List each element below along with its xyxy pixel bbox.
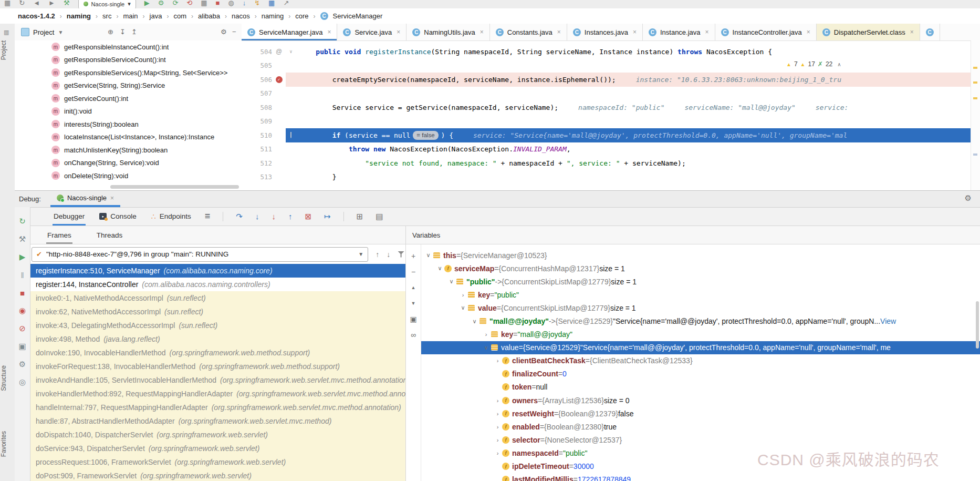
open-icon[interactable]: ↗: [283, 0, 289, 8]
frame-row[interactable]: doService:943, DispatcherServlet(org.spr…: [30, 442, 405, 455]
editor-tab[interactable]: CInstance.java×: [643, 24, 715, 40]
editor-tab[interactable]: CInstances.java×: [567, 24, 643, 40]
close-icon[interactable]: ×: [110, 195, 114, 202]
chevron-right-icon[interactable]: ›: [482, 331, 491, 337]
hide-icon[interactable]: −: [232, 28, 236, 36]
variable-row[interactable]: ∨value = {ConcurrentSkipListMap@12779} s…: [421, 301, 980, 314]
scroll-up-icon[interactable]: ▲: [411, 283, 416, 292]
variable-row[interactable]: ›fclientBeatCheckTask = {ClientBeatCheck…: [421, 354, 980, 367]
frame-row[interactable]: doDispatch:1040, DispatcherServlet(org.s…: [30, 428, 405, 442]
debug-icon[interactable]: ⚙: [158, 0, 164, 8]
project-method[interactable]: monChange(String, Service):void: [15, 157, 242, 170]
run-icon[interactable]: ▶: [144, 0, 150, 8]
variable-row[interactable]: ›fselector = {NoneSelector@12537}: [421, 433, 980, 446]
tab-console[interactable]: ▸Console: [98, 207, 138, 226]
session-tab[interactable]: Nacos-single ×: [50, 191, 120, 207]
code-line[interactable]: 513 }: [242, 170, 980, 185]
breadcrumb-item[interactable]: core: [295, 12, 308, 20]
copy-icon[interactable]: ▣: [410, 315, 416, 323]
project-method[interactable]: minit():void: [15, 105, 242, 118]
editor-tab[interactable]: C: [920, 24, 940, 40]
frame-row[interactable]: invoke:62, NativeMethodAccessorImpl(sun.…: [30, 305, 405, 319]
rerun-icon[interactable]: ↻: [15, 212, 30, 230]
gutter-icon-slot[interactable]: @: [272, 48, 286, 55]
stripe-favorites-tab[interactable]: Favorites: [0, 431, 15, 457]
hamburger-icon[interactable]: ≡: [205, 211, 211, 222]
breadcrumb-item[interactable]: main: [123, 12, 138, 20]
frame-row[interactable]: processRequest:1006, FrameworkServlet(or…: [30, 455, 405, 469]
layout-settings-icon[interactable]: ▤: [376, 212, 383, 221]
attach-icon[interactable]: ⟳: [172, 0, 178, 8]
user-icon[interactable]: ◍: [228, 0, 234, 8]
breadcrumb-item[interactable]: naming: [67, 12, 91, 20]
build-icon[interactable]: ⚒: [15, 230, 30, 248]
tab-close-icon[interactable]: ×: [910, 28, 914, 36]
force-step-into-icon[interactable]: ↓: [272, 212, 276, 221]
variable-row[interactable]: ∨value = {Service@12529} "Service{name='…: [421, 341, 980, 354]
tab-close-icon[interactable]: ×: [327, 28, 331, 36]
variable-row[interactable]: ›key = "public": [421, 288, 980, 301]
code-line[interactable]: 508 Service service = getService(namespa…: [242, 100, 980, 115]
frame-row[interactable]: invokeForRequest:138, InvocableHandlerMe…: [30, 360, 405, 373]
frame-row[interactable]: registerInstance:510, ServiceManager(com…: [30, 264, 405, 278]
breadcrumb-item[interactable]: alibaba: [198, 12, 220, 20]
scroll-down-icon[interactable]: ▼: [411, 299, 416, 308]
step-out-icon[interactable]: ↑: [288, 212, 293, 221]
project-method[interactable]: minterests(String):boolean: [15, 118, 242, 131]
variable-row[interactable]: ftoken = null: [421, 381, 980, 394]
code-line[interactable]: 509: [242, 115, 980, 129]
frame-row[interactable]: doPost:909, FrameworkServlet(org.springf…: [30, 469, 405, 481]
stop-icon[interactable]: ■: [15, 284, 30, 302]
breadcrumb-item[interactable]: naming: [262, 12, 284, 20]
chevron-right-icon[interactable]: ›: [493, 450, 502, 456]
tab-close-icon[interactable]: ×: [397, 28, 400, 36]
stripe-project-tab[interactable]: Project: [0, 40, 15, 60]
chevron-down-icon[interactable]: ∨: [447, 278, 456, 285]
variable-row[interactable]: ∨this = {ServiceManager@10523}: [421, 249, 980, 262]
chevron-right-icon[interactable]: ›: [493, 437, 502, 443]
expand-all-icon[interactable]: ↧: [120, 28, 126, 36]
code-line[interactable]: 506✓ createEmptyService(namespaceId, ser…: [242, 73, 980, 87]
gutter-icon-slot[interactable]: ✓: [272, 76, 286, 83]
step-over-icon[interactable]: ↷: [236, 212, 243, 221]
code-line[interactable]: 511 throw new NacosException(NacosExcept…: [242, 142, 980, 157]
chevron-right-icon[interactable]: ›: [493, 411, 502, 417]
fold-marker[interactable]: ∨: [286, 49, 296, 54]
tab-close-icon[interactable]: ×: [557, 28, 561, 36]
resume-icon[interactable]: ▶: [15, 248, 30, 266]
run-to-cursor-icon[interactable]: ↦: [324, 212, 331, 221]
variable-row[interactable]: ›fenabled = {Boolean@12380} true: [421, 420, 980, 433]
services-icon[interactable]: ▦: [268, 0, 275, 8]
variable-row[interactable]: ∨fserviceMap = {ConcurrentHashMap@12317}…: [421, 262, 980, 275]
inspections-widget[interactable]: ▲7▲17✗22∧: [786, 60, 841, 68]
variable-row[interactable]: ∨"mall@@joyday" -> {Service@12529} "Serv…: [421, 314, 980, 328]
profiler-icon[interactable]: ▦: [201, 0, 207, 8]
breadcrumb-item[interactable]: src: [102, 12, 111, 20]
drop-frame-icon[interactable]: ⊠: [305, 212, 311, 221]
chevron-right-icon[interactable]: ›: [493, 357, 502, 364]
variable-row[interactable]: ›fowners = {ArrayList@12536} size = 0: [421, 394, 980, 407]
code-line[interactable]: 505: [242, 59, 980, 73]
editor-tab[interactable]: CNamingUtils.java×: [406, 24, 490, 40]
editor-tab[interactable]: CConstants.java×: [490, 24, 567, 40]
project-method[interactable]: monDelete(String):void: [15, 169, 242, 182]
up-arrow-icon[interactable]: ↑: [376, 250, 379, 259]
code-line[interactable]: 507: [242, 87, 980, 101]
project-method[interactable]: mgetResponsibleServiceCount():int: [15, 54, 242, 67]
forward-icon[interactable]: ►: [48, 0, 55, 8]
save-icon[interactable]: ▦: [4, 0, 11, 8]
editor-tab[interactable]: CService.java×: [337, 24, 406, 40]
locate-icon[interactable]: ⊕: [108, 28, 113, 36]
project-method[interactable]: mgetResponsibleServices():Map<String, Se…: [15, 66, 242, 79]
back-icon[interactable]: ◄: [33, 0, 40, 8]
horizontal-scrollbar[interactable]: [110, 185, 239, 189]
detach-icon[interactable]: ⟲: [186, 0, 192, 8]
frame-row[interactable]: doInvoke:190, InvocableHandlerMethod(org…: [30, 346, 405, 360]
thread-dump-icon[interactable]: ▣: [15, 337, 30, 355]
variable-row[interactable]: ›fresetWeight = {Boolean@12379} false: [421, 407, 980, 420]
frame-row[interactable]: invoke0:-1, NativeMethodAccessorImpl(sun…: [30, 291, 405, 305]
remove-watch-icon[interactable]: −: [411, 268, 415, 276]
breadcrumb-item[interactable]: nacos: [232, 12, 250, 20]
breadcrumb-item[interactable]: nacos-1.4.2: [18, 12, 55, 20]
editor-tab[interactable]: CInstanceController.java×: [715, 24, 817, 40]
